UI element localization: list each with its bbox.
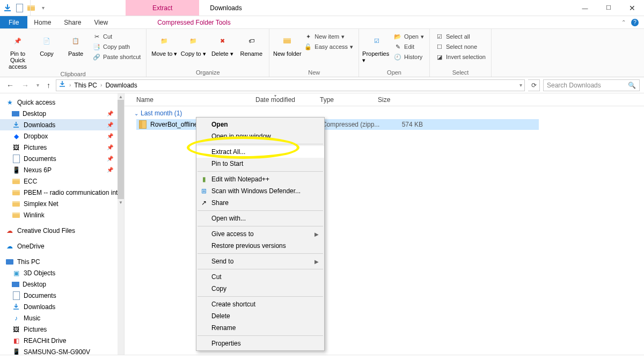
copy-button[interactable]: 📄Copy bbox=[32, 30, 61, 57]
nav-forward-button[interactable]: → bbox=[19, 81, 31, 90]
close-button[interactable]: ✕ bbox=[620, 0, 644, 16]
contextual-tab-extract[interactable]: Extract bbox=[126, 0, 199, 16]
ctx-pin-start[interactable]: Pin to Start bbox=[196, 158, 324, 170]
new-item-button[interactable]: ✦New item ▾ bbox=[304, 32, 353, 41]
tab-view[interactable]: View bbox=[87, 16, 114, 28]
group-open-label: Open bbox=[362, 68, 426, 77]
sidebar-item-desktop[interactable]: Desktop📌 bbox=[0, 108, 124, 119]
rename-button[interactable]: 🏷Rename bbox=[237, 30, 266, 57]
navigation-pane[interactable]: ★Quick access Desktop📌 Downloads📌 ◆Dropb… bbox=[0, 93, 125, 355]
sidebar-item-documents[interactable]: Documents📌 bbox=[0, 153, 124, 164]
sidebar-item-pbem[interactable]: PBEM -- radio communication integrati bbox=[0, 187, 124, 198]
ctx-open-new-window[interactable]: Open in new window bbox=[196, 130, 324, 142]
sidebar-item-desktop-pc[interactable]: Desktop bbox=[0, 279, 124, 290]
defender-icon: ⊞ bbox=[200, 187, 208, 195]
delete-button[interactable]: ✖Delete ▾ bbox=[208, 30, 237, 57]
file-size: 574 KB bbox=[380, 121, 423, 128]
move-to-button[interactable]: 📁Move to ▾ bbox=[150, 30, 179, 57]
paste-shortcut-button[interactable]: 🔗Paste shortcut bbox=[92, 53, 141, 61]
ctx-open[interactable]: Open bbox=[196, 119, 324, 130]
sidebar-item-ecc[interactable]: ECC bbox=[0, 175, 124, 187]
search-input[interactable]: Search Downloads 🔍 bbox=[543, 79, 640, 91]
sidebar-item-samsung[interactable]: 📱SAMSUNG-SM-G900V bbox=[0, 346, 124, 355]
ctx-give-access[interactable]: Give access to▶ bbox=[196, 228, 324, 240]
ctx-send-to[interactable]: Send to▶ bbox=[196, 255, 324, 267]
search-icon: 🔍 bbox=[628, 82, 636, 89]
breadcrumb-downloads[interactable]: Downloads bbox=[105, 82, 137, 89]
nav-back-button[interactable]: ← bbox=[4, 81, 16, 90]
easy-access-button[interactable]: 🔓Easy access ▾ bbox=[304, 42, 353, 51]
sidebar-onedrive[interactable]: ☁OneDrive bbox=[0, 240, 124, 252]
sidebar-item-music[interactable]: ♪Music bbox=[0, 312, 124, 324]
sidebar-item-nexus6p[interactable]: 📱Nexus 6P📌 bbox=[0, 164, 124, 175]
open-button[interactable]: 📂Open ▾ bbox=[393, 32, 424, 41]
sidebar-quick-access[interactable]: ★Quick access bbox=[0, 97, 124, 108]
ctx-scan-defender[interactable]: ⊞Scan with Windows Defender... bbox=[196, 185, 324, 197]
sidebar-item-reachit[interactable]: ◧REACHit Drive bbox=[0, 335, 124, 346]
qat-dropdown-icon[interactable]: ▾ bbox=[39, 4, 47, 12]
invert-selection-button[interactable]: ◪Invert selection bbox=[435, 53, 486, 61]
copy-path-button[interactable]: 📑Copy path bbox=[92, 42, 141, 51]
sidebar-item-pictures[interactable]: 🖼Pictures📌 bbox=[0, 142, 124, 153]
help-icon[interactable]: ? bbox=[631, 19, 639, 26]
ctx-cut[interactable]: Cut bbox=[196, 271, 324, 283]
column-size[interactable]: Size bbox=[378, 96, 421, 104]
qat-newfolder-icon[interactable] bbox=[27, 4, 35, 12]
zip-file-icon bbox=[138, 120, 147, 129]
submenu-arrow-icon: ▶ bbox=[314, 259, 319, 265]
paste-button[interactable]: 📋Paste bbox=[61, 30, 90, 57]
sidebar-item-dropbox[interactable]: ◆Dropbox📌 bbox=[0, 130, 124, 142]
properties-button[interactable]: ☑Properties ▾ bbox=[362, 30, 391, 64]
breadcrumb-dropdown-icon[interactable]: ▾ bbox=[519, 82, 522, 88]
context-menu: Open Open in new window Extract All... P… bbox=[196, 117, 325, 351]
sidebar-item-simplex[interactable]: Simplex Net bbox=[0, 198, 124, 209]
edit-button[interactable]: ✎Edit bbox=[393, 42, 424, 51]
minimize-button[interactable]: — bbox=[573, 0, 597, 16]
tab-compressed-tools[interactable]: Compressed Folder Tools bbox=[151, 16, 237, 28]
ctx-delete[interactable]: Delete bbox=[196, 310, 324, 322]
sidebar-item-3dobjects[interactable]: ▣3D Objects bbox=[0, 267, 124, 279]
tab-file[interactable]: File bbox=[0, 16, 27, 28]
sidebar-this-pc[interactable]: This PC bbox=[0, 256, 124, 267]
sidebar-item-pictures-pc[interactable]: 🖼Pictures bbox=[0, 324, 124, 335]
maximize-button[interactable]: ☐ bbox=[597, 0, 620, 16]
ribbon-toggle-icon[interactable]: ⌃ bbox=[621, 19, 626, 25]
breadcrumb-thispc[interactable]: This PC bbox=[74, 82, 97, 89]
sidebar-creative-cloud[interactable]: ☁Creative Cloud Files bbox=[0, 225, 124, 236]
ctx-rename[interactable]: Rename bbox=[196, 322, 324, 334]
sidebar-item-downloads-pc[interactable]: Downloads bbox=[0, 301, 124, 312]
copy-to-button[interactable]: 📁Copy to ▾ bbox=[179, 30, 208, 57]
pin-quick-access-button[interactable]: 📌Pin to Quick access bbox=[3, 30, 32, 70]
cut-button[interactable]: ✂Cut bbox=[92, 32, 141, 41]
nav-up-button[interactable]: ↑ bbox=[45, 81, 53, 90]
tab-home[interactable]: Home bbox=[27, 16, 57, 28]
refresh-button[interactable]: ⟳ bbox=[528, 79, 540, 91]
window-title: Downloads bbox=[199, 0, 241, 16]
ctx-restore-versions[interactable]: Restore previous versions bbox=[196, 240, 324, 252]
ctx-copy[interactable]: Copy bbox=[196, 283, 324, 295]
new-folder-button[interactable]: New folder bbox=[273, 30, 302, 57]
share-icon: ↗ bbox=[200, 199, 208, 207]
ctx-extract-all[interactable]: Extract All... bbox=[196, 146, 324, 158]
history-button[interactable]: 🕘History bbox=[393, 53, 424, 61]
column-type[interactable]: Type bbox=[320, 96, 378, 104]
qat-properties-icon[interactable] bbox=[15, 4, 24, 12]
sidebar-item-documents-pc[interactable]: Documents bbox=[0, 290, 124, 301]
ctx-properties[interactable]: Properties bbox=[196, 338, 324, 349]
ctx-edit-notepadpp[interactable]: ▮Edit with Notepad++ bbox=[196, 173, 324, 185]
downloads-app-icon bbox=[3, 4, 12, 12]
column-name[interactable]: Name bbox=[136, 96, 255, 104]
select-none-button[interactable]: ☐Select none bbox=[435, 42, 486, 51]
sidebar-item-downloads[interactable]: Downloads📌 bbox=[0, 119, 124, 130]
sidebar-scrollbar[interactable]: ▲▼ bbox=[118, 93, 124, 355]
sidebar-item-winlink[interactable]: Winlink bbox=[0, 209, 124, 221]
nav-recent-button[interactable]: ▾ bbox=[34, 82, 41, 88]
tab-share[interactable]: Share bbox=[57, 16, 87, 28]
column-date[interactable]: Date modified bbox=[255, 96, 320, 104]
breadcrumb[interactable]: › This PC › Downloads ▾ bbox=[56, 79, 525, 91]
select-all-button[interactable]: ☑Select all bbox=[435, 32, 486, 41]
ctx-open-with[interactable]: Open with... bbox=[196, 213, 324, 224]
ctx-create-shortcut[interactable]: Create shortcut bbox=[196, 298, 324, 310]
group-organize-label: Organize bbox=[150, 68, 266, 77]
ctx-share[interactable]: ↗Share bbox=[196, 197, 324, 209]
